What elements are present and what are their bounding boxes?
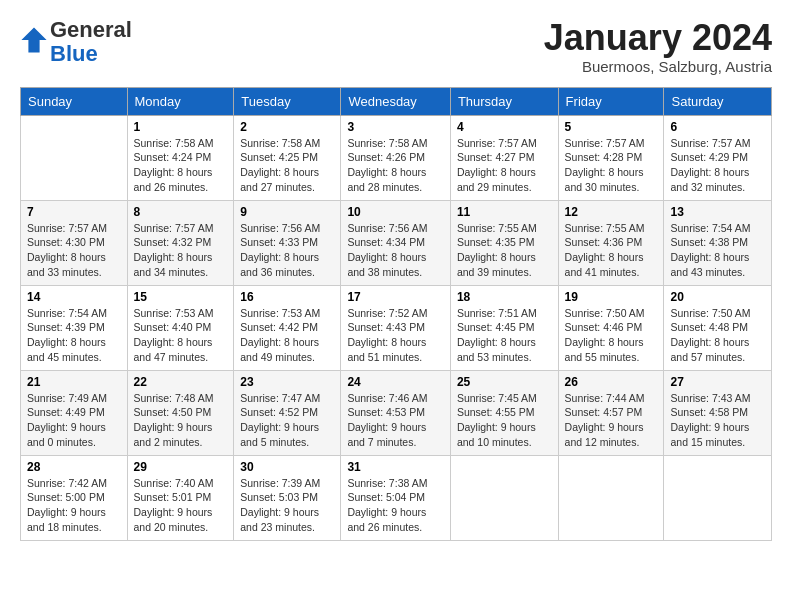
day-info: Sunrise: 7:53 AMSunset: 4:42 PMDaylight:… <box>240 306 334 365</box>
day-info: Sunrise: 7:58 AMSunset: 4:26 PMDaylight:… <box>347 136 443 195</box>
day-number: 31 <box>347 460 443 474</box>
day-info: Sunrise: 7:51 AMSunset: 4:45 PMDaylight:… <box>457 306 552 365</box>
calendar-cell: 8Sunrise: 7:57 AMSunset: 4:32 PMDaylight… <box>127 200 234 285</box>
calendar-cell: 25Sunrise: 7:45 AMSunset: 4:55 PMDayligh… <box>450 370 558 455</box>
calendar-cell: 6Sunrise: 7:57 AMSunset: 4:29 PMDaylight… <box>664 115 772 200</box>
day-number: 22 <box>134 375 228 389</box>
logo-general: General <box>50 17 132 42</box>
calendar-week-4: 21Sunrise: 7:49 AMSunset: 4:49 PMDayligh… <box>21 370 772 455</box>
day-number: 8 <box>134 205 228 219</box>
day-info: Sunrise: 7:55 AMSunset: 4:36 PMDaylight:… <box>565 221 658 280</box>
calendar-cell <box>21 115 128 200</box>
day-info: Sunrise: 7:44 AMSunset: 4:57 PMDaylight:… <box>565 391 658 450</box>
calendar-cell: 7Sunrise: 7:57 AMSunset: 4:30 PMDaylight… <box>21 200 128 285</box>
day-info: Sunrise: 7:52 AMSunset: 4:43 PMDaylight:… <box>347 306 443 365</box>
day-info: Sunrise: 7:57 AMSunset: 4:27 PMDaylight:… <box>457 136 552 195</box>
calendar-week-3: 14Sunrise: 7:54 AMSunset: 4:39 PMDayligh… <box>21 285 772 370</box>
calendar-cell: 24Sunrise: 7:46 AMSunset: 4:53 PMDayligh… <box>341 370 450 455</box>
calendar-cell: 16Sunrise: 7:53 AMSunset: 4:42 PMDayligh… <box>234 285 341 370</box>
day-number: 16 <box>240 290 334 304</box>
day-number: 29 <box>134 460 228 474</box>
calendar-cell: 31Sunrise: 7:38 AMSunset: 5:04 PMDayligh… <box>341 455 450 540</box>
calendar-cell: 13Sunrise: 7:54 AMSunset: 4:38 PMDayligh… <box>664 200 772 285</box>
day-number: 27 <box>670 375 765 389</box>
day-info: Sunrise: 7:57 AMSunset: 4:32 PMDaylight:… <box>134 221 228 280</box>
calendar-week-2: 7Sunrise: 7:57 AMSunset: 4:30 PMDaylight… <box>21 200 772 285</box>
calendar-cell: 5Sunrise: 7:57 AMSunset: 4:28 PMDaylight… <box>558 115 664 200</box>
calendar-cell: 20Sunrise: 7:50 AMSunset: 4:48 PMDayligh… <box>664 285 772 370</box>
day-number: 14 <box>27 290 121 304</box>
logo: General Blue <box>20 18 132 66</box>
weekday-header-row: SundayMondayTuesdayWednesdayThursdayFrid… <box>21 87 772 115</box>
calendar-cell: 23Sunrise: 7:47 AMSunset: 4:52 PMDayligh… <box>234 370 341 455</box>
day-info: Sunrise: 7:50 AMSunset: 4:46 PMDaylight:… <box>565 306 658 365</box>
day-info: Sunrise: 7:55 AMSunset: 4:35 PMDaylight:… <box>457 221 552 280</box>
weekday-header-wednesday: Wednesday <box>341 87 450 115</box>
calendar-cell: 12Sunrise: 7:55 AMSunset: 4:36 PMDayligh… <box>558 200 664 285</box>
calendar-cell: 2Sunrise: 7:58 AMSunset: 4:25 PMDaylight… <box>234 115 341 200</box>
day-number: 11 <box>457 205 552 219</box>
day-number: 10 <box>347 205 443 219</box>
day-number: 23 <box>240 375 334 389</box>
day-info: Sunrise: 7:47 AMSunset: 4:52 PMDaylight:… <box>240 391 334 450</box>
calendar-cell: 14Sunrise: 7:54 AMSunset: 4:39 PMDayligh… <box>21 285 128 370</box>
title-block: January 2024 Buermoos, Salzburg, Austria <box>544 18 772 75</box>
day-number: 15 <box>134 290 228 304</box>
weekday-header-thursday: Thursday <box>450 87 558 115</box>
day-info: Sunrise: 7:54 AMSunset: 4:39 PMDaylight:… <box>27 306 121 365</box>
calendar-table: SundayMondayTuesdayWednesdayThursdayFrid… <box>20 87 772 541</box>
day-number: 4 <box>457 120 552 134</box>
day-info: Sunrise: 7:54 AMSunset: 4:38 PMDaylight:… <box>670 221 765 280</box>
day-info: Sunrise: 7:58 AMSunset: 4:24 PMDaylight:… <box>134 136 228 195</box>
calendar-cell: 17Sunrise: 7:52 AMSunset: 4:43 PMDayligh… <box>341 285 450 370</box>
calendar-week-1: 1Sunrise: 7:58 AMSunset: 4:24 PMDaylight… <box>21 115 772 200</box>
header: General Blue January 2024 Buermoos, Salz… <box>20 18 772 75</box>
calendar-cell: 29Sunrise: 7:40 AMSunset: 5:01 PMDayligh… <box>127 455 234 540</box>
calendar-cell: 9Sunrise: 7:56 AMSunset: 4:33 PMDaylight… <box>234 200 341 285</box>
weekday-header-tuesday: Tuesday <box>234 87 341 115</box>
day-info: Sunrise: 7:53 AMSunset: 4:40 PMDaylight:… <box>134 306 228 365</box>
day-info: Sunrise: 7:46 AMSunset: 4:53 PMDaylight:… <box>347 391 443 450</box>
month-title: January 2024 <box>544 18 772 58</box>
location-subtitle: Buermoos, Salzburg, Austria <box>544 58 772 75</box>
day-number: 6 <box>670 120 765 134</box>
day-info: Sunrise: 7:43 AMSunset: 4:58 PMDaylight:… <box>670 391 765 450</box>
day-number: 26 <box>565 375 658 389</box>
day-number: 30 <box>240 460 334 474</box>
calendar-cell: 19Sunrise: 7:50 AMSunset: 4:46 PMDayligh… <box>558 285 664 370</box>
weekday-header-friday: Friday <box>558 87 664 115</box>
day-info: Sunrise: 7:40 AMSunset: 5:01 PMDaylight:… <box>134 476 228 535</box>
svg-marker-0 <box>21 28 46 53</box>
calendar-cell: 15Sunrise: 7:53 AMSunset: 4:40 PMDayligh… <box>127 285 234 370</box>
day-number: 19 <box>565 290 658 304</box>
day-info: Sunrise: 7:57 AMSunset: 4:29 PMDaylight:… <box>670 136 765 195</box>
day-info: Sunrise: 7:57 AMSunset: 4:30 PMDaylight:… <box>27 221 121 280</box>
day-number: 13 <box>670 205 765 219</box>
calendar-cell: 27Sunrise: 7:43 AMSunset: 4:58 PMDayligh… <box>664 370 772 455</box>
calendar-cell: 22Sunrise: 7:48 AMSunset: 4:50 PMDayligh… <box>127 370 234 455</box>
day-info: Sunrise: 7:56 AMSunset: 4:33 PMDaylight:… <box>240 221 334 280</box>
logo-icon <box>20 26 48 54</box>
day-info: Sunrise: 7:48 AMSunset: 4:50 PMDaylight:… <box>134 391 228 450</box>
calendar-cell: 4Sunrise: 7:57 AMSunset: 4:27 PMDaylight… <box>450 115 558 200</box>
day-number: 3 <box>347 120 443 134</box>
page: General Blue January 2024 Buermoos, Salz… <box>0 0 792 551</box>
day-number: 17 <box>347 290 443 304</box>
day-number: 21 <box>27 375 121 389</box>
calendar-cell: 18Sunrise: 7:51 AMSunset: 4:45 PMDayligh… <box>450 285 558 370</box>
calendar-cell: 10Sunrise: 7:56 AMSunset: 4:34 PMDayligh… <box>341 200 450 285</box>
calendar-cell: 3Sunrise: 7:58 AMSunset: 4:26 PMDaylight… <box>341 115 450 200</box>
calendar-cell: 11Sunrise: 7:55 AMSunset: 4:35 PMDayligh… <box>450 200 558 285</box>
day-number: 7 <box>27 205 121 219</box>
day-number: 18 <box>457 290 552 304</box>
day-number: 28 <box>27 460 121 474</box>
calendar-cell: 26Sunrise: 7:44 AMSunset: 4:57 PMDayligh… <box>558 370 664 455</box>
day-number: 5 <box>565 120 658 134</box>
calendar-cell <box>664 455 772 540</box>
day-info: Sunrise: 7:39 AMSunset: 5:03 PMDaylight:… <box>240 476 334 535</box>
weekday-header-saturday: Saturday <box>664 87 772 115</box>
calendar-cell: 1Sunrise: 7:58 AMSunset: 4:24 PMDaylight… <box>127 115 234 200</box>
calendar-cell: 28Sunrise: 7:42 AMSunset: 5:00 PMDayligh… <box>21 455 128 540</box>
calendar-cell <box>558 455 664 540</box>
logo-blue: Blue <box>50 41 98 66</box>
